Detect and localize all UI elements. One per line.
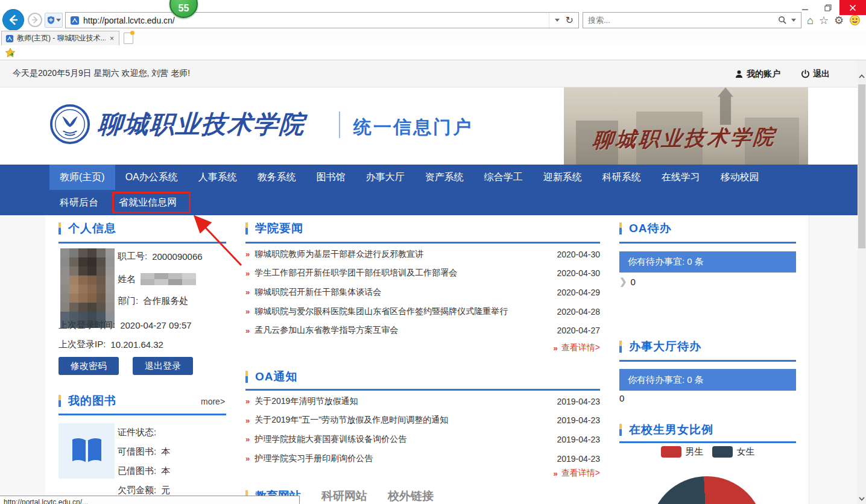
favorites-star-icon[interactable]: ☆ <box>819 15 829 26</box>
profile-photo-pixelated <box>60 248 115 328</box>
window-controls <box>794 0 866 15</box>
news-item[interactable]: »聊城职院教师为基层干部群众进行反邪教宣讲2020-04-30 <box>245 245 600 264</box>
restore-button[interactable] <box>817 0 839 15</box>
section-marker-icon <box>245 371 248 383</box>
nav-item-research-backend[interactable]: 科研后台 <box>49 190 109 215</box>
refresh-icon[interactable]: ↻ <box>566 16 574 25</box>
news-item[interactable]: »聊城职院召开新任干部集体谈话会2020-04-29 <box>245 283 600 302</box>
search-icon[interactable] <box>778 16 787 25</box>
oa-item-title[interactable]: 护理学院实习手册印刷询价公告 <box>254 453 552 464</box>
news-item-title[interactable]: 聊城职院教师为基层干部群众进行反邪教宣讲 <box>254 249 552 260</box>
section-marker-icon <box>58 222 61 235</box>
oa-item-title[interactable]: 关于2019年清明节放假通知 <box>254 396 552 407</box>
oa-notice-item[interactable]: »护理学院实习手册印刷询价公告2019-04-23 <box>245 449 600 468</box>
tab-close-icon[interactable]: × <box>109 34 115 43</box>
back-button[interactable] <box>2 9 24 31</box>
home-icon[interactable]: ⌂ <box>807 15 814 26</box>
book-row-label: 证件状态: <box>118 427 156 438</box>
books-more-link[interactable]: more> <box>201 397 225 406</box>
smiley-feedback-icon[interactable] <box>849 14 861 26</box>
scroll-up-icon[interactable] <box>858 69 866 83</box>
restore-icon <box>824 4 832 11</box>
logout-button[interactable]: 退出登录 <box>133 357 193 375</box>
logout-link[interactable]: 退出 <box>801 69 830 80</box>
name-value-blurred <box>141 273 196 285</box>
hall-todo-banner[interactable]: 你有待办事宜: 0 条 <box>619 369 796 391</box>
oa-todo-banner[interactable]: 你有待办事宜: 0 条 <box>619 251 796 272</box>
news-item-date: 2020-04-29 <box>557 288 600 297</box>
tab-external-links[interactable]: 校外链接 <box>388 488 434 504</box>
nav-item-mobile-campus[interactable]: 移动校园 <box>710 165 770 190</box>
settings-gear-icon[interactable]: ⚙ <box>834 15 844 26</box>
news-item-title[interactable]: 聊城职院召开新任干部集体谈话会 <box>254 287 552 298</box>
search-input[interactable] <box>583 16 778 25</box>
nav-item-asset-system[interactable]: 资产系统 <box>415 165 474 190</box>
vertical-scrollbar[interactable] <box>858 60 866 504</box>
oa-item-title[interactable]: 关于2019年"五一"劳动节放假及作息时间调整的通知 <box>254 415 552 426</box>
tab-favicon <box>5 34 14 43</box>
nav-item-service-hall[interactable]: 办事大厅 <box>356 165 415 190</box>
address-bar-tools: ↻ <box>549 13 578 28</box>
legend-female[interactable]: 女生 <box>712 446 755 458</box>
nav-item-teacher-home[interactable]: 教师(主页) <box>49 165 115 190</box>
close-icon <box>849 4 856 11</box>
close-button[interactable] <box>839 0 866 15</box>
my-account-link[interactable]: 我的账户 <box>735 69 780 80</box>
search-caret-icon[interactable] <box>791 19 796 22</box>
nav-item-research-system[interactable]: 科研系统 <box>592 165 651 190</box>
nav-item-academic-system[interactable]: 教务系统 <box>247 165 306 190</box>
search-box[interactable] <box>583 12 801 28</box>
oa-item-title[interactable]: 护理学院技能大赛国赛训练设备询价公告 <box>254 434 552 445</box>
status-url-text: http://portal.lcvtc.edu.cn/... <box>4 498 299 504</box>
legend-male-label: 男生 <box>686 446 704 458</box>
compatibility-button[interactable] <box>45 13 63 28</box>
news-item[interactable]: »学生工作部召开新任职学团干部任职培训及工作部署会2020-04-30 <box>245 264 600 283</box>
section-underline <box>245 389 600 391</box>
news-item[interactable]: »聊城职院与爱尔眼科医院集团山东省区合作签约暨揭牌仪式隆重举行2020-04-2… <box>245 302 600 321</box>
new-tab-button[interactable] <box>124 33 133 44</box>
double-chevron-bullet-icon: » <box>245 288 250 296</box>
book-row-value: 元 <box>161 485 170 496</box>
browser-tab[interactable]: 教师(主页) - 聊城职业技术... × <box>1 31 119 45</box>
legend-male[interactable]: 男生 <box>661 446 704 458</box>
news-item-date: 2020-04-30 <box>557 268 600 278</box>
pie-legend: 男生 女生 <box>619 446 796 458</box>
news-item-title[interactable]: 学生工作部召开新任职学团干部任职培训及工作部署会 <box>254 268 552 279</box>
news-item-date: 2020-04-28 <box>557 307 600 317</box>
news-item-title[interactable]: 聊城职院与爱尔眼科医院集团山东省区合作签约暨揭牌仪式隆重举行 <box>254 306 552 317</box>
double-chevron-bullet-icon: » <box>245 435 250 443</box>
scroll-down-icon[interactable] <box>858 491 866 504</box>
nav-item-enrollment-system[interactable]: 迎新系统 <box>533 165 592 190</box>
scrollbar-thumb[interactable] <box>858 84 865 248</box>
nav-item-online-learning[interactable]: 在线学习 <box>651 165 710 190</box>
news-item-title[interactable]: 孟凡云参加山东省教学指导方案互审会 <box>254 325 552 336</box>
nav-item-oa-office[interactable]: OA办公系统 <box>115 165 188 190</box>
tab-research-sites[interactable]: 科研网站 <box>321 488 367 504</box>
address-bar[interactable]: http://portal.lcvtc.edu.cn/ ↻ <box>65 12 579 28</box>
oa-todo-count: 0 <box>631 277 636 287</box>
book-row-status: 证件状态: <box>118 427 161 438</box>
tab-band: 教师(主页) - 聊城职业技术... × <box>0 30 866 45</box>
nav-row-1: 教师(主页) OA办公系统 人事系统 教务系统 图书馆 办事大厅 资产系统 综合… <box>0 165 858 190</box>
double-chevron-bullet-icon: » <box>554 344 558 352</box>
minimize-button[interactable] <box>794 0 817 15</box>
banner-calligraphy-text: 聊城职业技术学院 <box>592 123 778 154</box>
search-tools <box>778 16 801 25</box>
change-password-button[interactable]: 修改密码 <box>58 357 119 375</box>
url-dropdown-caret-icon[interactable] <box>555 19 560 22</box>
news-more-link[interactable]: 查看详情> <box>561 342 600 353</box>
nav-item-hr-system[interactable]: 人事系统 <box>188 165 247 190</box>
news-item[interactable]: »孟凡云参加山东省教学指导方案互审会2020-04-27 <box>245 321 600 340</box>
nav-item-student-work[interactable]: 综合学工 <box>474 165 533 190</box>
oa-notice-item[interactable]: »关于2019年清明节放假通知2019-04-23 <box>245 392 600 411</box>
forward-button[interactable] <box>28 13 42 27</box>
annotation-highlight-box <box>112 192 191 213</box>
legend-female-label: 女生 <box>737 446 755 458</box>
add-favorite-star-icon[interactable] <box>5 48 16 58</box>
nav-item-library[interactable]: 图书馆 <box>306 165 356 190</box>
oa-more-link[interactable]: 查看详情> <box>561 468 600 479</box>
last-login-time-label: 上次登录时间: <box>58 320 115 331</box>
oa-notice-item[interactable]: »护理学院技能大赛国赛训练设备询价公告2019-04-23 <box>245 430 600 449</box>
url-text[interactable]: http://portal.lcvtc.edu.cn/ <box>83 16 549 25</box>
oa-notice-item[interactable]: »关于2019年"五一"劳动节放假及作息时间调整的通知2019-04-23 <box>245 411 600 430</box>
